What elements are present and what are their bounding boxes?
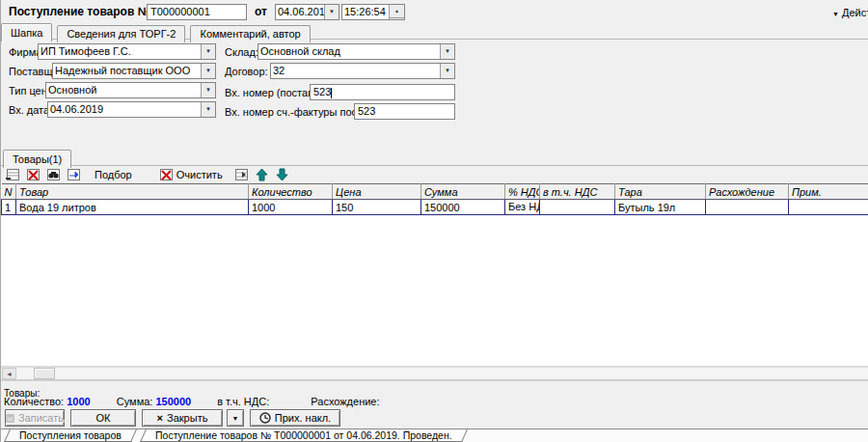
tip-cen-select[interactable]: Основной▼	[45, 82, 216, 98]
tab-torg2[interactable]: Сведения для ТОРГ-2	[57, 25, 185, 42]
window-tab-document[interactable]: Поступление товаров № Т000000001 от 04.0…	[140, 429, 467, 442]
goods-table: N Товар Количество Цена Сумма % НДС в т.…	[1, 183, 868, 215]
move-up-button[interactable]	[252, 167, 272, 183]
vh-data-label: Вх. дата:	[9, 102, 52, 119]
ok-button[interactable]: ОК	[70, 409, 136, 427]
diff-total-label: Расхождение:	[311, 396, 379, 407]
col-kolichestvo[interactable]: Количество	[249, 184, 333, 200]
window-tab-bar: Поступления товаров Поступление товаров …	[1, 428, 868, 442]
clear-icon	[159, 168, 174, 181]
cell-prim[interactable]	[789, 200, 868, 215]
horizontal-scrollbar[interactable]: ◄	[1, 367, 868, 380]
spin-down-icon[interactable]: ▼	[390, 18, 404, 20]
cell-tovar[interactable]: Вода 19 литров	[16, 200, 249, 215]
col-n[interactable]: N	[2, 184, 16, 200]
text-caret	[331, 88, 332, 98]
new-row-button[interactable]	[3, 167, 23, 183]
chevron-down-icon[interactable]: ▼	[324, 5, 339, 19]
save-icon	[6, 413, 14, 424]
qty-value: 1000	[67, 396, 90, 407]
export-table-icon	[234, 168, 249, 181]
col-vtch-nds[interactable]: в т.ч. НДС	[540, 184, 615, 200]
ot-label: от	[255, 4, 267, 20]
sum-value: 150000	[155, 396, 191, 407]
scrollbar-thumb[interactable]	[34, 368, 55, 379]
cell-vtch-nds[interactable]	[540, 200, 615, 215]
prih-nakl-button[interactable]: Прих. накл.	[250, 409, 340, 427]
close-options-dropdown[interactable]: ▼	[227, 409, 244, 427]
chevron-down-icon[interactable]: ▼	[440, 44, 454, 59]
dogovor-select[interactable]: 32▼	[270, 63, 455, 79]
tab-shapka[interactable]: Шапка	[1, 23, 52, 41]
chevron-down-icon[interactable]: ▼	[201, 44, 215, 59]
doc-number-input[interactable]: Т000000001	[147, 4, 247, 20]
copy-row-icon	[67, 168, 81, 181]
scroll-left-icon[interactable]: ◄	[2, 368, 16, 379]
actions-menu[interactable]: ▼ Действия	[832, 5, 868, 22]
move-down-button[interactable]	[272, 167, 292, 183]
col-prim[interactable]: Прим.	[789, 184, 868, 200]
podbor-button[interactable]: Подбор	[92, 167, 135, 183]
window-tab-list[interactable]: Поступления товаров	[4, 429, 137, 442]
col-summa[interactable]: Сумма	[421, 184, 505, 200]
vh-nomer-input[interactable]: 523	[310, 84, 455, 100]
print-icon	[259, 412, 271, 424]
close-button[interactable]: × Закрыть	[142, 409, 223, 427]
cell-nds[interactable]: Без НДС	[505, 200, 540, 215]
cell-n[interactable]: 1	[2, 200, 16, 215]
dogovor-label: Договор:	[225, 64, 268, 80]
arrow-down-icon	[275, 168, 289, 181]
col-rashozhdenie[interactable]: Расхождение	[706, 184, 789, 200]
cell-kolichestvo[interactable]: 1000	[249, 200, 333, 215]
arrow-up-icon	[255, 168, 269, 181]
table-header-row: N Товар Количество Цена Сумма % НДС в т.…	[2, 184, 868, 200]
new-row-icon	[6, 168, 20, 181]
delete-row-icon	[26, 168, 41, 181]
spinner-buttons[interactable]: ▲▼	[389, 5, 404, 19]
sklad-label: Склад:	[225, 44, 258, 61]
cell-tara[interactable]: Бутыль 19л	[615, 200, 706, 215]
nds-total-label: в т.ч. НДС:	[217, 396, 269, 407]
sum-label: Сумма:	[117, 396, 153, 407]
spin-up-icon[interactable]: ▲	[390, 5, 404, 18]
export-table-button[interactable]	[231, 167, 252, 183]
find-row-button[interactable]	[43, 167, 64, 183]
doc-date-picker[interactable]: 04.06.2019 ▼	[275, 4, 339, 20]
chevron-down-icon[interactable]: ▼	[201, 102, 215, 117]
table-row[interactable]: 1 Вода 19 литров 1000 150 150000 Без НДС…	[2, 200, 868, 215]
sklad-select[interactable]: Основной склад▼	[258, 43, 455, 60]
chevron-down-icon[interactable]: ▼	[440, 64, 454, 78]
chevron-down-icon: ▼	[232, 415, 239, 422]
vh-data-select[interactable]: 04.06.2019▼	[47, 101, 216, 118]
qty-label: Количество:	[4, 396, 64, 407]
page-title: Поступление товаров №	[9, 4, 150, 20]
chevron-down-icon[interactable]: ▼	[201, 83, 215, 97]
close-icon: ×	[157, 412, 163, 424]
tip-cen-label: Тип цен:	[9, 83, 50, 99]
vh-nomer-sf-input[interactable]: 523	[354, 103, 455, 120]
postavshik-select[interactable]: Надежный поставщик ООО▼	[52, 63, 216, 79]
cell-rashozhdenie[interactable]	[706, 200, 789, 215]
delete-row-button[interactable]	[23, 167, 43, 183]
binoculars-icon	[46, 168, 61, 181]
tab-comment[interactable]: Комментарий, автор	[190, 25, 310, 42]
col-tara[interactable]: Тара	[615, 184, 706, 200]
copy-row-button[interactable]	[64, 167, 84, 183]
save-button[interactable]: Записать	[5, 409, 65, 427]
cell-cena[interactable]: 150	[333, 200, 421, 215]
doc-time-spinner[interactable]: 15:26:54 ▲▼	[341, 4, 405, 20]
chevron-down-icon[interactable]: ▼	[201, 64, 215, 78]
receipt-document-window: { "header": { "title_label": "Поступлени…	[0, 0, 868, 442]
col-nds[interactable]: % НДС	[505, 184, 540, 200]
col-cena[interactable]: Цена	[333, 184, 421, 200]
cell-summa[interactable]: 150000	[421, 200, 505, 215]
col-tovar[interactable]: Товар	[16, 184, 249, 200]
firma-select[interactable]: ИП Тимофеев Г.С.▼	[38, 43, 216, 60]
clear-button[interactable]: Очистить	[156, 167, 226, 183]
